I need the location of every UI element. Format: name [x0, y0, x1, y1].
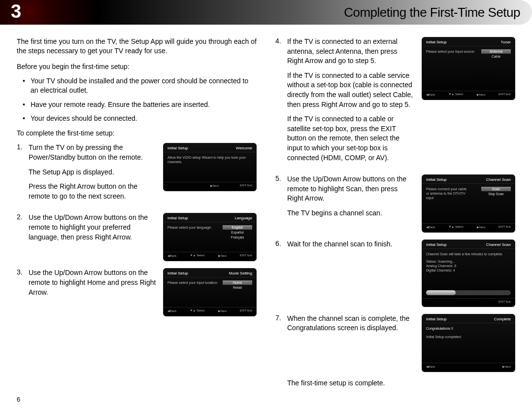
before-label: Before you begin the first-time setup:	[17, 63, 257, 70]
steps-right: If the TV is connected to an external an…	[275, 37, 515, 372]
chapter-header-right: Completing the First-Time Setup	[99, 0, 532, 25]
tv-footer-item: EXIT Exit	[240, 254, 252, 257]
tv-footer-item: ▶Next	[210, 184, 219, 187]
step-para: Use the Up/Down Arrow buttons on the rem…	[287, 174, 415, 204]
step-item: If the TV is connected to an external an…	[275, 37, 515, 168]
tv-screenshot-channel-scan-start: Initial SetupChannel Scan Please connect…	[422, 174, 515, 233]
tv-subtitle: Channel Scan	[486, 177, 511, 182]
page-title: Completing the First-Time Setup	[344, 5, 520, 20]
tv-option: Cable	[481, 54, 511, 59]
list-item: Your TV should be installed and the powe…	[31, 76, 257, 95]
step-text: Use the Up/Down Arrow buttons on the rem…	[29, 213, 156, 247]
tv-title: Initial Setup	[426, 177, 447, 182]
content-area: The first time you turn on the TV, the S…	[0, 37, 532, 387]
closing-text: The first-time setup is complete.	[287, 379, 515, 387]
pre-setup-list: Your TV should be installed and the powe…	[17, 76, 257, 124]
tv-screenshot-tuner: Initial SetupTuner Please select your in…	[422, 37, 515, 100]
tv-title: Initial Setup	[426, 40, 447, 44]
step-text: When the channel scan is complete, the C…	[287, 314, 415, 338]
step-number	[275, 174, 287, 182]
tv-title: Initial Setup	[167, 216, 188, 220]
step-item: Use the Up/Down Arrow buttons on the rem…	[17, 268, 257, 316]
step-item: Wait for the channel scan to finish. Ini…	[275, 240, 515, 307]
tv-msg: Please connect your cable or antenna to …	[426, 187, 470, 200]
steps-left: Turn the TV on by pressing the Power/Sta…	[17, 143, 257, 316]
tv-screenshot-welcome: Initial SetupWelcome Allow the VIZIO set…	[163, 143, 257, 191]
tv-subtitle: Language	[234, 216, 252, 220]
tv-title: Initial Setup	[426, 317, 447, 321]
tv-footer-item: EXIT Exit	[240, 184, 252, 187]
tv-status: Digital Channels: 4	[426, 268, 511, 273]
step-para: Use the Up/Down Arrow buttons on the rem…	[29, 213, 156, 242]
step-number	[275, 314, 287, 322]
tv-footer-item: ▼▲ Select	[190, 309, 204, 312]
tv-footer-item: EXIT Exit	[499, 300, 511, 303]
tv-msg: Allow the VIZIO setup Wizard to help you…	[167, 155, 252, 164]
tv-footer-item: ▶Next	[218, 309, 227, 312]
list-item: Your devices should be connected.	[31, 114, 257, 123]
tv-status: Analog Channels: 0	[426, 264, 511, 268]
tv-subtitle: Complete	[494, 317, 511, 321]
tv-status: Status: Scanning...	[426, 259, 511, 264]
tv-screenshot-channel-scan-progress: Initial SetupChannel Scan Channel Scan w…	[422, 240, 515, 307]
step-text: If the TV is connected to an external an…	[287, 37, 415, 168]
tv-footer-item: ▶Next	[218, 254, 227, 257]
chapter-header-left: 3	[0, 0, 99, 25]
tv-option: Retail	[223, 285, 252, 290]
step-para: The TV begins a channel scan.	[287, 208, 415, 218]
step-item: Use the Up/Down Arrow buttons on the rem…	[275, 174, 515, 233]
list-item: Have your remote ready. Ensure the batte…	[31, 100, 257, 109]
tv-subtitle: Mode Setting	[229, 271, 252, 275]
tv-option: Antenna	[481, 49, 511, 54]
step-number	[17, 143, 29, 151]
tv-footer-item: ◀Back	[426, 365, 435, 368]
page-number: 6	[17, 396, 20, 403]
step-text: Turn the TV on by pressing the Power/Sta…	[29, 143, 156, 206]
step-para: The Setup App is displayed.	[29, 168, 156, 177]
chapter-header: 3 Completing the First-Time Setup	[0, 0, 532, 25]
intro-text: The first time you turn on the TV, the S…	[17, 37, 257, 56]
tv-subtitle: Tuner	[500, 40, 511, 44]
tv-option: English	[223, 225, 252, 230]
step-text: Wait for the channel scan to finish.	[287, 240, 415, 254]
step-text: Use the Up/Down Arrow buttons on the rem…	[287, 174, 415, 223]
tv-footer-item: ▶Next	[477, 225, 485, 229]
tv-title: Initial Setup	[167, 271, 188, 275]
tv-option: Skip Scan	[481, 192, 511, 196]
tv-msg: Initial Setup completed	[426, 335, 511, 339]
tv-title: Initial Setup	[426, 242, 447, 247]
tv-footer-item: EXIT Exit	[240, 309, 252, 312]
step-number	[17, 268, 29, 276]
complete-label: To complete the first-time setup:	[17, 129, 257, 137]
tv-screenshot-complete: Initial SetupComplete Congratulations !!…	[422, 314, 515, 372]
tv-footer-item: ▼▲ Select	[448, 225, 463, 229]
tv-footer-item: ◀Back	[426, 93, 435, 96]
step-item: When the channel scan is complete, the C…	[275, 314, 515, 372]
tv-footer-item: ▶Next	[502, 365, 511, 368]
step-para: Turn the TV on by pressing the Power/Sta…	[29, 143, 156, 162]
tv-footer-item: ◀Back	[167, 254, 176, 257]
chapter-number: 3	[11, 1, 21, 22]
step-para: Wait for the channel scan to finish.	[287, 240, 415, 249]
step-para: If the TV is connected to a cable servic…	[287, 71, 415, 109]
tv-screenshot-mode: Initial SetupMode Setting Please select …	[163, 268, 257, 316]
step-item: Use the Up/Down Arrow buttons on the rem…	[17, 213, 257, 261]
tv-footer-item: ▼▲ Select	[448, 93, 463, 96]
step-para: Press the Right Arrow button on the remo…	[29, 182, 156, 201]
tv-screenshot-language: Initial SetupLanguage Please select your…	[163, 213, 257, 261]
step-para: When the channel scan is complete, the C…	[287, 314, 415, 333]
step-number	[275, 240, 287, 247]
tv-footer-item: ◀Back	[426, 225, 435, 229]
tv-msg: Congratulations !!	[426, 326, 511, 331]
tv-msg: Channel Scan will take a few minutes to …	[426, 252, 511, 256]
step-number	[17, 213, 29, 221]
tv-subtitle: Channel Scan	[486, 242, 511, 247]
step-para: If the TV is connected to a cable or sat…	[287, 114, 415, 163]
tv-footer-item: ▼▲ Select	[190, 254, 204, 257]
tv-footer-item: ◀Back	[167, 309, 176, 312]
tv-footer-item: EXIT Exit	[499, 93, 511, 96]
right-column: If the TV is connected to an external an…	[275, 37, 515, 387]
tv-option: Español	[223, 230, 252, 235]
step-number	[275, 37, 287, 45]
tv-progress-bar	[426, 290, 511, 295]
